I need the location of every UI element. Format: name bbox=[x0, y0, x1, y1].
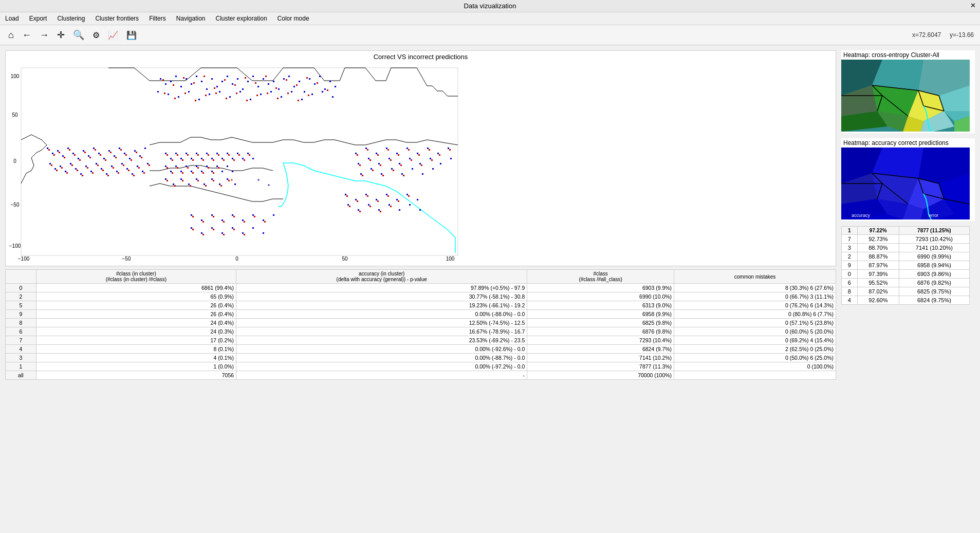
back-button[interactable]: ← bbox=[20, 29, 33, 42]
svg-rect-3 bbox=[175, 76, 177, 77]
svg-rect-102 bbox=[134, 150, 136, 152]
svg-rect-93 bbox=[88, 155, 89, 157]
acc-cluster: 4 bbox=[842, 296, 858, 305]
accuracy-ranking-table: 1 97.22% 7877 (11.25%) 7 92.73% 7293 (10… bbox=[841, 226, 970, 305]
svg-rect-338 bbox=[372, 170, 374, 171]
svg-rect-63 bbox=[265, 76, 267, 77]
svg-rect-45 bbox=[260, 94, 262, 95]
svg-rect-288 bbox=[399, 163, 400, 164]
svg-rect-191 bbox=[84, 152, 86, 153]
row-mistakes: 2 (62.5%) 0 (25.0%) bbox=[674, 345, 836, 354]
scatter-plot[interactable]: 100 50 0 −50 −100 −100 −50 0 50 100 bbox=[6, 63, 468, 266]
svg-rect-268 bbox=[192, 229, 194, 230]
svg-rect-308 bbox=[406, 194, 408, 195]
svg-rect-333 bbox=[400, 164, 402, 166]
home-button[interactable]: ⌂ bbox=[6, 29, 16, 42]
svg-rect-146 bbox=[180, 171, 182, 172]
zoom-button[interactable]: 🔍 bbox=[71, 28, 86, 42]
acc-count: 6958 (9.94%) bbox=[899, 261, 969, 270]
svg-rect-173 bbox=[252, 214, 254, 216]
row-class-count: 6958 (9.9%) bbox=[527, 310, 674, 319]
svg-rect-254 bbox=[190, 185, 191, 187]
menu-cluster-exploration[interactable]: Cluster exploration bbox=[215, 14, 268, 23]
row-accuracy: 0.00% (-88.7%) - 0.0 bbox=[236, 354, 527, 362]
svg-rect-343 bbox=[357, 200, 358, 202]
svg-rect-35 bbox=[157, 91, 159, 93]
y-coord: y=-13.66 bbox=[950, 31, 974, 39]
row-class-cluster: 26 (0.4%) bbox=[36, 310, 236, 319]
svg-rect-109 bbox=[70, 163, 71, 164]
svg-rect-138 bbox=[232, 158, 233, 159]
svg-rect-92 bbox=[83, 150, 84, 152]
settings-button[interactable]: ⚙ bbox=[90, 29, 102, 41]
menu-cluster-frontiers[interactable]: Cluster frontiers bbox=[94, 14, 140, 23]
svg-rect-61 bbox=[245, 77, 246, 79]
acc-count: 6903 (9.86%) bbox=[899, 270, 969, 279]
svg-rect-353 bbox=[390, 206, 392, 207]
menu-filters[interactable]: Filters bbox=[148, 14, 167, 23]
menu-export[interactable]: Export bbox=[28, 14, 48, 23]
menu-navigation[interactable]: Navigation bbox=[175, 14, 207, 23]
svg-rect-118 bbox=[116, 171, 118, 172]
svg-rect-121 bbox=[132, 173, 133, 175]
svg-rect-222 bbox=[149, 164, 150, 166]
acc-cluster: 1 bbox=[842, 227, 858, 235]
svg-rect-190 bbox=[79, 159, 81, 161]
svg-rect-148 bbox=[191, 171, 192, 172]
svg-rect-71 bbox=[174, 98, 176, 99]
menu-color-mode[interactable]: Color mode bbox=[276, 14, 310, 23]
forward-button[interactable]: → bbox=[38, 29, 51, 42]
menu-load[interactable]: Load bbox=[4, 14, 20, 23]
window-title: Data vizualization bbox=[464, 2, 516, 10]
svg-rect-340 bbox=[393, 170, 394, 171]
trend-button[interactable]: 📈 bbox=[106, 29, 120, 41]
svg-rect-323 bbox=[398, 154, 399, 156]
svg-rect-14 bbox=[232, 83, 233, 85]
svg-rect-239 bbox=[249, 154, 250, 156]
svg-rect-154 bbox=[221, 171, 223, 172]
svg-rect-186 bbox=[59, 152, 60, 153]
acc-count: 7293 (10.42%) bbox=[899, 235, 969, 244]
data-table-container: #class (in cluster)(#class (in cluster) … bbox=[5, 267, 836, 380]
svg-rect-174 bbox=[263, 219, 264, 221]
row-accuracy: 19.23% (-66.1%) - 19.2 bbox=[236, 301, 527, 310]
save-button[interactable]: 💾 bbox=[124, 29, 139, 41]
svg-rect-161 bbox=[196, 178, 197, 180]
svg-rect-230 bbox=[202, 159, 204, 161]
accuracy-row: 8 87.02% 6825 (9.75%) bbox=[842, 287, 970, 296]
svg-rect-215 bbox=[113, 167, 114, 169]
svg-rect-291 bbox=[430, 158, 431, 159]
col-header-id bbox=[6, 270, 36, 284]
accuracy-row: 1 97.22% 7877 (11.25%) bbox=[842, 227, 970, 235]
svg-rect-128 bbox=[180, 158, 182, 159]
svg-rect-232 bbox=[213, 159, 214, 161]
svg-rect-112 bbox=[85, 166, 87, 167]
close-button[interactable]: ✕ bbox=[970, 2, 976, 9]
svg-rect-88 bbox=[62, 155, 64, 157]
right-panel: Heatmap: cross-entropy Cluster-All bbox=[841, 50, 975, 531]
svg-rect-49 bbox=[301, 99, 303, 100]
row-id: 0 bbox=[6, 284, 36, 292]
svg-rect-13 bbox=[227, 76, 228, 77]
svg-rect-133 bbox=[206, 153, 208, 154]
chart-container[interactable]: Correct VS incorrect predictions 100 50 … bbox=[5, 50, 836, 266]
pan-button[interactable]: ✛ bbox=[55, 28, 67, 42]
svg-rect-83 bbox=[298, 100, 299, 101]
svg-rect-240 bbox=[167, 167, 168, 169]
x-label-100: 100 bbox=[446, 256, 455, 262]
svg-rect-95 bbox=[98, 153, 100, 154]
svg-rect-16 bbox=[242, 88, 244, 90]
menu-clustering[interactable]: Clustering bbox=[56, 14, 86, 23]
heatmap-bottom-image: accuracy error bbox=[841, 148, 970, 219]
row-class-count: 6876 (9.8%) bbox=[527, 327, 674, 336]
row-accuracy: 0.00% (-92.6%) - 0.0 bbox=[236, 345, 527, 354]
svg-rect-233 bbox=[218, 154, 219, 156]
svg-rect-105 bbox=[49, 163, 51, 164]
svg-rect-56 bbox=[193, 82, 195, 84]
row-class-cluster: 65 (0.9%) bbox=[36, 292, 236, 301]
svg-rect-20 bbox=[263, 78, 264, 80]
svg-rect-258 bbox=[220, 185, 222, 187]
svg-rect-66 bbox=[296, 84, 298, 86]
svg-rect-218 bbox=[128, 170, 130, 171]
svg-rect-266 bbox=[254, 216, 255, 217]
